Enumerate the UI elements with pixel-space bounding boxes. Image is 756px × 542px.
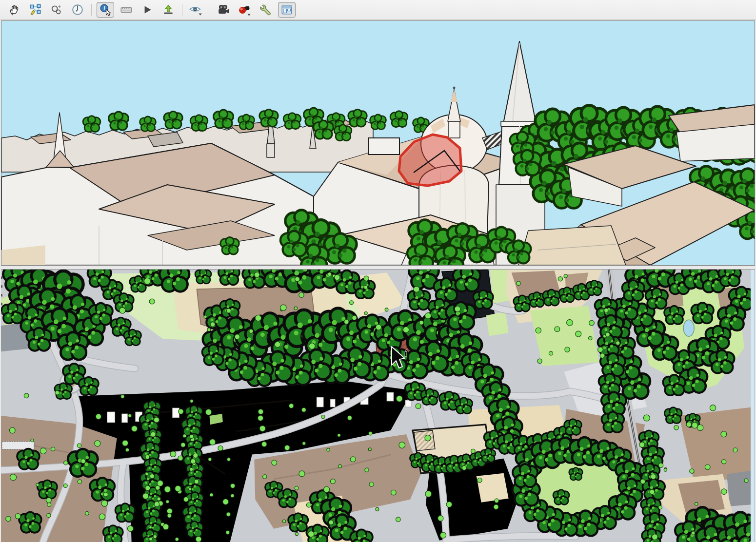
toolbar: i	[0, 0, 756, 19]
identify-icon: i	[99, 3, 112, 16]
hand-icon	[8, 3, 21, 16]
red-sphere-icon	[238, 3, 252, 16]
play-button[interactable]	[139, 2, 156, 18]
eye-icon	[189, 3, 203, 16]
toolbar-separator	[182, 4, 182, 16]
pond	[683, 320, 694, 336]
outlined-building	[368, 138, 399, 155]
bubbles-icon	[50, 3, 63, 16]
time-button[interactable]	[69, 2, 86, 18]
measure-button[interactable]	[118, 2, 135, 18]
panels-button[interactable]	[278, 2, 296, 18]
scene-3d-view[interactable]: #t3 circle{fill:var(--tree3-base);stroke…	[1, 20, 755, 266]
clock-icon	[71, 3, 84, 16]
render-mode-button[interactable]	[236, 2, 254, 18]
flight-path-icon	[29, 3, 42, 16]
upload-icon	[162, 3, 175, 16]
pan-button[interactable]	[6, 2, 23, 18]
record-button[interactable]	[215, 2, 233, 18]
identify-button[interactable]: i	[97, 2, 114, 18]
tools-button[interactable]	[257, 2, 275, 18]
ruler-icon	[120, 3, 133, 16]
svg-text:i: i	[404, 348, 407, 358]
scene-3d-canvas[interactable]: #t3 circle{fill:var(--tree3-base);stroke…	[1, 21, 755, 265]
map-2d-canvas[interactable]: #mtree circle{fill:var(--mtree-dark);str…	[1, 270, 754, 542]
objects-button[interactable]	[48, 2, 65, 18]
map-edge-strip	[751, 270, 754, 542]
flight-path-button[interactable]	[27, 2, 44, 18]
visibility-button[interactable]	[187, 2, 205, 18]
toolbar-separator	[210, 4, 210, 16]
window-panel-icon	[280, 3, 293, 16]
toolbar-separator	[91, 4, 92, 16]
application-window: i #t3 circle{fill:var(--tree3-base);stro…	[0, 0, 756, 542]
wrench-icon	[259, 3, 272, 16]
video-camera-icon	[217, 3, 231, 16]
export-button[interactable]	[159, 2, 177, 18]
play-icon	[141, 3, 154, 16]
map-2d-view[interactable]: #mtree circle{fill:var(--mtree-dark);str…	[1, 269, 755, 542]
